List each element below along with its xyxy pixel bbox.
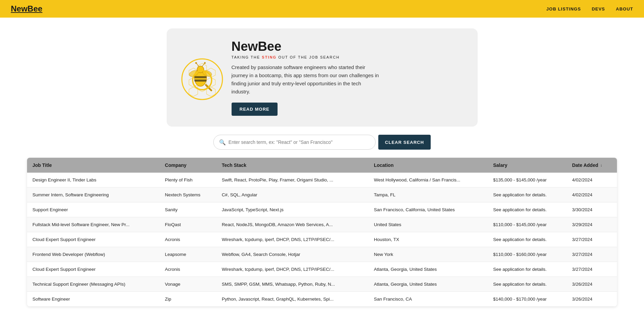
search-input[interactable] [229,139,370,145]
cell-location: San Francisco, CA [368,292,488,307]
cell-company: FloQast [160,217,216,232]
table-header-row: Job Title Company Tech Stack Location Sa… [27,158,617,173]
cell-company: Sanity [160,202,216,217]
table-row[interactable]: Fullstack Mid-level Software Engineer, N… [27,217,617,232]
cell-date-added: 3/30/2024 [567,202,617,217]
cell-job-title: Fullstack Mid-level Software Engineer, N… [27,217,160,232]
cell-date-added: 3/26/2024 [567,292,617,307]
hero-description: Created by passionate software engineers… [232,63,380,96]
jobs-table: Job Title Company Tech Stack Location Sa… [27,158,617,306]
cell-job-title: Design Engineer II, Tinder Labs [27,173,160,188]
jobs-table-section: Job Title Company Tech Stack Location Sa… [0,158,644,317]
cell-tech-stack: Wireshark, tcpdump, iperf, DHCP, DNS, L2… [216,262,368,277]
table-row[interactable]: Cloud Expert Support EngineerAcronisWire… [27,262,617,277]
cell-salary: See application for details. [488,262,567,277]
search-wrapper: 🔍 [213,135,376,150]
table-row[interactable]: Support EngineerSanityJavaScript, TypeSc… [27,202,617,217]
clear-search-button[interactable]: CLEAR SEARCH [378,135,431,150]
nav-devs[interactable]: DEVS [592,6,605,12]
cell-location: West Hollywood, California / San Francis… [368,173,488,188]
cell-date-added: 4/02/2024 [567,188,617,202]
cell-tech-stack: Python, Javascript, React, GraphQL, Kube… [216,292,368,307]
cell-location: San Francisco, California, United States [368,202,488,217]
hero-text: NewBee TAKING THE STING OUT OF THE JOB S… [232,39,380,116]
hero-section: NewBee TAKING THE STING OUT OF THE JOB S… [0,18,644,135]
svg-point-17 [195,62,197,64]
cell-date-added: 3/27/2024 [567,232,617,247]
cell-job-title: Support Engineer [27,202,160,217]
hero-card: NewBee TAKING THE STING OUT OF THE JOB S… [167,28,478,127]
cell-date-added: 3/26/2024 [567,277,617,292]
cell-company: Leapsome [160,247,216,262]
cell-job-title: Cloud Expert Support Engineer [27,232,160,247]
cell-tech-stack: SMS, SMPP, GSM, MMS, Whatsapp, Python, R… [216,277,368,292]
cell-job-title: Frontend Web Developer (Webflow) [27,247,160,262]
search-icon: 🔍 [219,139,226,146]
read-more-button[interactable]: READ MORE [232,103,278,116]
cell-company: Acronis [160,262,216,277]
table-row[interactable]: Software EngineerZipPython, Javascript, … [27,292,617,307]
col-location: Location [368,158,488,173]
cell-company: Zip [160,292,216,307]
cell-date-added: 4/02/2024 [567,173,617,188]
cell-tech-stack: Wireshark, tcpdump, iperf, DHCP, DNS, L2… [216,232,368,247]
cell-salary: $110,000 - $160,000 /year [488,247,567,262]
col-company: Company [160,158,216,173]
svg-rect-11 [194,76,207,78]
navbar: NewBee JOB LISTINGS DEVS ABOUT [0,0,644,18]
cell-salary: See application for details. [488,188,567,202]
cell-salary: See application for details. [488,232,567,247]
cell-salary: $140,000 - $170,000 /year [488,292,567,307]
navbar-logo[interactable]: NewBee [11,4,42,14]
table-row[interactable]: Frontend Web Developer (Webflow)Leapsome… [27,247,617,262]
table-row[interactable]: Summer Intern, Software EngineeringNexte… [27,188,617,202]
cell-tech-stack: Webflow, GA4, Search Console, Hotjar [216,247,368,262]
sort-arrow-icon: ↓ [600,163,602,168]
cell-location: New York [368,247,488,262]
col-tech-stack: Tech Stack [216,158,368,173]
cell-job-title: Summer Intern, Software Engineering [27,188,160,202]
table-row[interactable]: Cloud Expert Support EngineerAcronisWire… [27,232,617,247]
cell-date-added: 3/27/2024 [567,247,617,262]
cell-salary: $110,000 - $145,000 /year [488,217,567,232]
cell-location: Atlanta, Georgia, United States [368,277,488,292]
col-salary: Salary [488,158,567,173]
nav-about[interactable]: ABOUT [616,6,633,12]
nav-job-listings[interactable]: JOB LISTINGS [546,6,581,12]
cell-tech-stack: C#, SQL, Angular [216,188,368,202]
col-date-added[interactable]: Date Added ↓ [567,158,617,173]
cell-salary: See application for details. [488,277,567,292]
cell-date-added: 3/27/2024 [567,262,617,277]
cell-company: Plenty of Fish [160,173,216,188]
svg-rect-12 [194,80,207,82]
svg-point-19 [204,62,206,64]
cell-location: United States [368,217,488,232]
cell-tech-stack: React, NodeJS, MongoDB, Amazon Web Servi… [216,217,368,232]
hero-title: NewBee [232,39,282,53]
cell-date-added: 3/29/2024 [567,217,617,232]
cell-location: Houston, TX [368,232,488,247]
cell-company: Acronis [160,232,216,247]
cell-tech-stack: JavaScript, TypeScript, Next.js [216,202,368,217]
cell-tech-stack: Swift, React, ProtoPie, Play, Framer, Or… [216,173,368,188]
table-row[interactable]: Technical Support Engineer (Messaging AP… [27,277,617,292]
cell-job-title: Cloud Expert Support Engineer [27,262,160,277]
hero-tagline: TAKING THE STING OUT OF THE JOB SEARCH [232,55,380,59]
table-row[interactable]: Design Engineer II, Tinder LabsPlenty of… [27,173,617,188]
col-job-title: Job Title [27,158,160,173]
navbar-links: JOB LISTINGS DEVS ABOUT [546,6,633,12]
cell-job-title: Technical Support Engineer (Messaging AP… [27,277,160,292]
cell-job-title: Software Engineer [27,292,160,307]
cell-company: Nextech Systems [160,188,216,202]
cell-location: Atlanta, Georgia, United States [368,262,488,277]
cell-salary: See application for details. [488,202,567,217]
cell-company: Vonage [160,277,216,292]
cell-location: Tampa, FL [368,188,488,202]
cell-salary: $135,000 - $145,000 /year [488,173,567,188]
bee-logo-icon [180,57,221,98]
search-section: 🔍 CLEAR SEARCH [0,135,644,158]
